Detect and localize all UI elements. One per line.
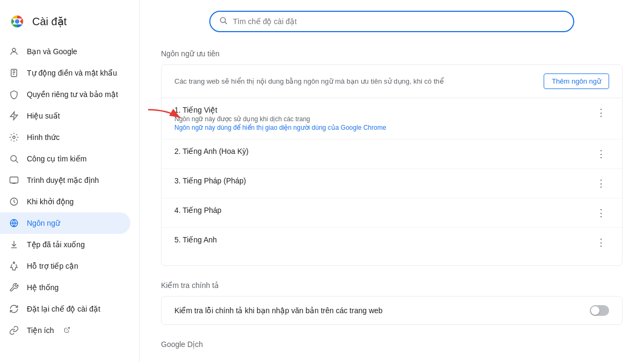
ngon-ngu-icon <box>9 218 19 228</box>
he-thong-label: Hệ thống <box>27 283 58 292</box>
sidebar-nav: Bạn và GoogleTự động điền và mật khẩuQuy… <box>0 41 139 341</box>
sidebar-item-ngon-ngu[interactable]: Ngôn ngữ <box>0 212 130 234</box>
sidebar-item-cong-cu-tim-kiem[interactable]: Công cụ tìm kiếm <box>0 148 130 169</box>
lang-item-name: 2. Tiếng Anh (Hoa Kỳ) <box>174 147 248 156</box>
hieu-suat-icon <box>9 110 19 121</box>
svg-point-13 <box>221 18 225 23</box>
add-language-button[interactable]: Thêm ngôn ngữ <box>544 73 609 89</box>
lang-item-sub1: Ngôn ngữ này được sử dụng khi dịch các t… <box>174 115 386 123</box>
quyen-rieng-tu-icon <box>9 89 19 100</box>
ban-va-google-icon <box>9 46 19 57</box>
trinh-duyet-icon <box>9 175 19 186</box>
svg-line-14 <box>225 22 227 24</box>
spell-check-toggle-row: Kiểm tra lỗi chính tả khi bạn nhập văn b… <box>161 296 623 325</box>
ho-tro-tiep-can-icon <box>9 261 19 271</box>
spell-check-label: Kiểm tra lỗi chính tả khi bạn nhập văn b… <box>174 306 383 315</box>
svg-rect-4 <box>11 69 17 77</box>
svg-point-3 <box>12 48 16 51</box>
svg-point-2 <box>15 19 19 24</box>
language-list-item: 5. Tiếng Anh⋮ <box>162 228 622 257</box>
sidebar: Cài đặt Bạn và GoogleTự động điền và mật… <box>0 0 140 362</box>
search-input[interactable] <box>233 17 565 26</box>
sidebar-item-dat-lai[interactable]: Đặt lại chế độ cài đặt <box>0 298 130 320</box>
tep-tai-xuong-icon <box>9 239 19 250</box>
lang-item-name: 4. Tiếng Pháp <box>174 206 222 215</box>
language-list-item: 3. Tiếng Pháp (Pháp)⋮ <box>162 169 622 198</box>
lang-item-menu-button[interactable]: ⋮ <box>593 106 609 120</box>
sidebar-item-tep-tai-xuong[interactable]: Tệp đã tải xuống <box>0 234 130 255</box>
lang-card-header: Các trang web sẽ hiển thị nội dung bằng … <box>162 73 622 98</box>
lang-item-menu-button[interactable]: ⋮ <box>593 147 609 161</box>
lang-item-sub2: Ngôn ngữ này dùng để hiển thị giao diện … <box>174 124 386 131</box>
lang-item-menu-button[interactable]: ⋮ <box>593 176 609 190</box>
ho-tro-tiep-can-label: Hỗ trợ tiếp cận <box>27 262 78 270</box>
sidebar-header: Cài đặt <box>0 9 139 41</box>
sidebar-item-trinh-duyet[interactable]: Trình duyệt mặc định <box>0 169 130 191</box>
language-card: Các trang web sẽ hiển thị nội dung bằng … <box>161 64 623 266</box>
spell-check-toggle[interactable] <box>590 305 609 316</box>
hinh-thuc-label: Hình thức <box>27 133 60 142</box>
search-bar-wrap <box>161 11 623 32</box>
tep-tai-xuong-label: Tệp đã tải xuống <box>27 240 85 249</box>
tu-dong-dien-label: Tự động điền và mật khẩu <box>27 69 117 77</box>
lang-item-menu-button[interactable]: ⋮ <box>593 206 609 220</box>
toggle-knob <box>591 306 599 315</box>
google-translate-section: Google Dịch <box>161 340 623 349</box>
sidebar-item-quyen-rieng-tu[interactable]: Quyền riêng tư và bảo mật <box>0 84 130 105</box>
he-thong-icon <box>9 282 19 293</box>
lang-item-info: 3. Tiếng Pháp (Pháp) <box>174 176 246 185</box>
search-bar <box>209 11 574 32</box>
khi-khoi-dong-icon <box>9 196 19 207</box>
main-content: Ngôn ngữ ưu tiên Các trang web sẽ hiển t… <box>140 0 644 362</box>
tien-ich-icon <box>9 325 19 336</box>
sidebar-item-tu-dong-dien[interactable]: Tự động điền và mật khẩu <box>0 62 130 84</box>
sidebar-item-tien-ich[interactable]: Tiện ích <box>0 320 130 341</box>
svg-point-6 <box>11 156 17 161</box>
tien-ich-label: Tiện ích <box>27 326 54 335</box>
external-link-icon <box>64 326 70 335</box>
ngon-ngu-label: Ngôn ngữ <box>27 219 60 227</box>
language-priority-section: Ngôn ngữ ưu tiên Các trang web sẽ hiển t… <box>161 49 623 266</box>
spell-check-title: Kiểm tra chính tả <box>161 281 623 290</box>
trinh-duyet-label: Trình duyệt mặc định <box>27 176 99 184</box>
lang-item-name: 5. Tiếng Anh <box>174 235 217 244</box>
sidebar-item-ho-tro-tiep-can[interactable]: Hỗ trợ tiếp cận <box>0 255 130 277</box>
language-list-item: 1. Tiếng ViệtNgôn ngữ này được sử dụng k… <box>162 98 622 139</box>
language-list-item: 4. Tiếng Pháp⋮ <box>162 198 622 228</box>
google-translate-title: Google Dịch <box>161 340 623 349</box>
app-title: Cài đặt <box>32 15 67 28</box>
lang-item-info: 5. Tiếng Anh <box>174 235 217 244</box>
sidebar-item-hieu-suat[interactable]: Hiệu suất <box>0 105 130 127</box>
cong-cu-tim-kiem-icon <box>9 153 19 164</box>
search-icon <box>219 16 228 27</box>
svg-line-7 <box>16 160 18 162</box>
svg-point-5 <box>13 136 16 139</box>
spell-check-section: Kiểm tra chính tả Kiểm tra lỗi chính tả … <box>161 281 623 325</box>
khi-khoi-dong-label: Khi khởi động <box>27 197 74 206</box>
svg-rect-8 <box>10 177 18 183</box>
ban-va-google-label: Bạn và Google <box>27 47 77 56</box>
lang-item-info: 4. Tiếng Pháp <box>174 206 222 215</box>
languages-list: 1. Tiếng ViệtNgôn ngữ này được sử dụng k… <box>162 98 622 257</box>
svg-line-12 <box>67 328 70 331</box>
chrome-logo-icon <box>9 13 26 30</box>
sidebar-item-hinh-thuc[interactable]: Hình thức <box>0 127 130 148</box>
svg-point-11 <box>13 262 15 264</box>
lang-item-info: 1. Tiếng ViệtNgôn ngữ này được sử dụng k… <box>174 106 386 131</box>
language-priority-title: Ngôn ngữ ưu tiên <box>161 49 623 58</box>
dat-lai-icon <box>9 304 19 314</box>
lang-card-description: Các trang web sẽ hiển thị nội dung bằng … <box>174 77 501 85</box>
lang-item-name: 1. Tiếng Việt <box>174 106 386 114</box>
cong-cu-tim-kiem-label: Công cụ tìm kiếm <box>27 154 86 163</box>
dat-lai-label: Đặt lại chế độ cài đặt <box>27 305 100 313</box>
sidebar-item-ban-va-google[interactable]: Bạn và Google <box>0 41 130 62</box>
language-list-item: 2. Tiếng Anh (Hoa Kỳ)⋮ <box>162 139 622 169</box>
hinh-thuc-icon <box>9 132 19 143</box>
tu-dong-dien-icon <box>9 68 19 78</box>
sidebar-item-he-thong[interactable]: Hệ thống <box>0 277 130 298</box>
lang-item-name: 3. Tiếng Pháp (Pháp) <box>174 176 246 185</box>
sidebar-item-khi-khoi-dong[interactable]: Khi khởi động <box>0 191 130 212</box>
quyen-rieng-tu-label: Quyền riêng tư và bảo mật <box>27 90 118 99</box>
lang-item-menu-button[interactable]: ⋮ <box>593 235 609 249</box>
lang-item-info: 2. Tiếng Anh (Hoa Kỳ) <box>174 147 248 156</box>
